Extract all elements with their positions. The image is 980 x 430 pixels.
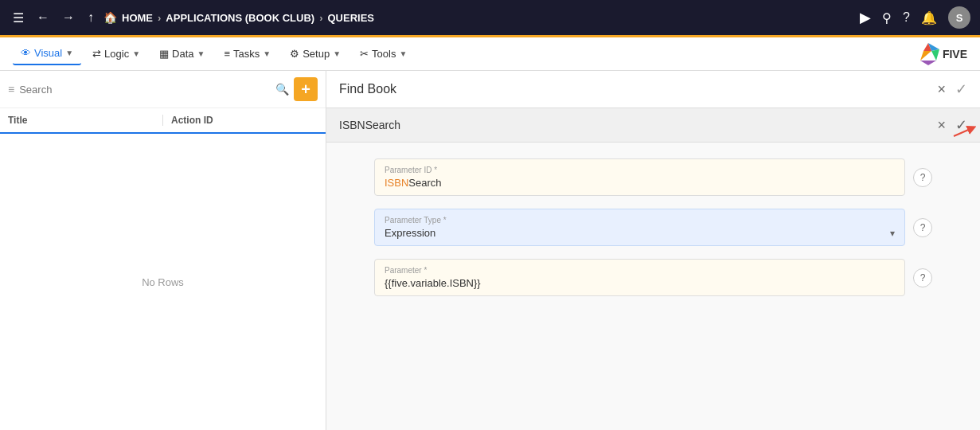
find-book-header: Find Book × ✓ [326, 71, 980, 108]
isbn-close-button[interactable]: × [937, 117, 946, 134]
param-type-dropdown: Expression ▾ [385, 227, 895, 239]
param-type-help[interactable]: ? [913, 218, 932, 237]
right-panel: Find Book × ✓ ISBNSearch × ✓ [326, 71, 980, 430]
param-type-field[interactable]: Parameter Type * Expression ▾ [374, 209, 905, 246]
find-book-title: Find Book [339, 82, 396, 96]
isbn-section-header: ISBNSearch × ✓ [326, 108, 980, 143]
avatar[interactable]: S [948, 6, 970, 29]
param-id-label: Parameter ID * [385, 166, 895, 174]
sidebar-body: No Rows [0, 134, 326, 430]
data-caret: ▼ [197, 49, 205, 58]
isbn-section-title: ISBNSearch [339, 119, 400, 131]
bell-button[interactable]: 🔔 [921, 10, 937, 25]
menu-logic[interactable]: ⇄ Logic ▼ [84, 43, 148, 64]
sidebar: ≡ 🔍 + Title Action ID No Rows [0, 71, 326, 430]
param-type-value: Expression [385, 227, 435, 239]
home-icon: 🏠 [103, 11, 117, 24]
app-label[interactable]: APPLICATIONS (BOOK CLUB) [166, 12, 314, 24]
logic-label: Logic [104, 48, 129, 60]
sidebar-column-headers: Title Action ID [0, 108, 326, 134]
top-navigation: ☰ ← → ↑ 🏠 HOME › APPLICATIONS (BOOK CLUB… [0, 0, 980, 35]
col-separator [162, 115, 163, 126]
search-icon[interactable]: 🔍 [275, 83, 289, 96]
tasks-caret: ▼ [263, 49, 271, 58]
main-content: ≡ 🔍 + Title Action ID No Rows Find Book … [0, 71, 980, 430]
setup-label: Setup [303, 48, 330, 60]
help-button[interactable]: ? [903, 10, 910, 25]
svg-marker-4 [920, 61, 936, 65]
five-text: FIVE [943, 48, 967, 61]
five-logo-icon [916, 41, 941, 67]
home-label[interactable]: HOME [122, 12, 153, 24]
menu-bar: 👁 Visual ▼ ⇄ Logic ▼ ▦ Data ▼ ≡ Tasks ▼ … [0, 37, 980, 71]
svg-marker-2 [931, 49, 939, 61]
data-label: Data [172, 48, 193, 60]
forward-button[interactable]: → [59, 7, 78, 28]
svg-marker-3 [920, 51, 931, 61]
param-id-row: Parameter ID * ISBNSearch ? [374, 158, 932, 196]
play-button[interactable]: ▶ [860, 9, 871, 26]
setup-icon: ⚙ [290, 48, 299, 60]
param-id-value: ISBNSearch [385, 177, 895, 189]
filter-icon: ≡ [8, 83, 14, 96]
param-id-prefix: ISBN [385, 177, 408, 189]
panel-header-actions: × ✓ [937, 80, 967, 98]
param-id-suffix: Search [408, 177, 441, 189]
tools-icon: ✂ [360, 48, 369, 60]
menu-tasks[interactable]: ≡ Tasks ▼ [216, 43, 279, 64]
breadcrumb: 🏠 HOME › APPLICATIONS (BOOK CLUB) › QUER… [103, 11, 374, 24]
setup-caret: ▼ [333, 49, 341, 58]
search-input[interactable] [19, 84, 271, 96]
five-logo: FIVE [916, 41, 967, 67]
panel-check-button[interactable]: ✓ [955, 80, 967, 98]
menu-setup[interactable]: ⚙ Setup ▼ [282, 43, 349, 64]
sidebar-search-bar: ≡ 🔍 + [0, 71, 326, 108]
queries-label[interactable]: QUERIES [328, 12, 375, 24]
logic-caret: ▼ [132, 49, 140, 58]
add-button[interactable]: + [294, 77, 318, 101]
eye-icon: 👁 [21, 47, 31, 59]
topnav-right-icons: ▶ ⚲ ? 🔔 S [860, 6, 970, 29]
col-actionid-header: Action ID [171, 115, 318, 126]
up-button[interactable]: ↑ [84, 7, 97, 28]
param-row: Parameter * {{five.variable.ISBN}} ? [374, 259, 932, 296]
col-title-header: Title [8, 115, 154, 126]
param-help[interactable]: ? [913, 268, 932, 287]
isbn-header-actions: × ✓ [937, 116, 967, 134]
isbn-check-button[interactable]: ✓ [955, 116, 967, 134]
tasks-label: Tasks [233, 48, 260, 60]
visual-caret: ▼ [65, 49, 73, 57]
breadcrumb-sep2: › [319, 12, 322, 24]
back-button[interactable]: ← [33, 7, 53, 28]
visual-label: Visual [34, 47, 62, 59]
tasks-icon: ≡ [224, 48, 230, 60]
param-label: Parameter * [385, 266, 895, 275]
tools-label: Tools [372, 48, 396, 60]
param-field[interactable]: Parameter * {{five.variable.ISBN}} [374, 259, 905, 296]
menu-tools[interactable]: ✂ Tools ▼ [352, 43, 415, 64]
param-type-label: Parameter Type * [385, 216, 895, 225]
menu-data[interactable]: ▦ Data ▼ [151, 43, 213, 64]
dropdown-arrow-icon: ▾ [890, 228, 895, 239]
no-rows-label: No Rows [142, 276, 184, 288]
tools-caret: ▼ [399, 49, 407, 58]
param-type-row: Parameter Type * Expression ▾ ? [374, 209, 932, 246]
param-id-help[interactable]: ? [913, 168, 932, 187]
data-icon: ▦ [159, 48, 169, 60]
breadcrumb-sep1: › [158, 12, 161, 24]
menu-visual[interactable]: 👁 Visual ▼ [13, 42, 81, 65]
param-id-field[interactable]: Parameter ID * ISBNSearch [374, 158, 905, 196]
form-area: Parameter ID * ISBNSearch ? Parameter Ty… [326, 143, 980, 430]
hamburger-icon[interactable]: ☰ [10, 7, 27, 29]
search-button[interactable]: ⚲ [882, 10, 892, 25]
panel-close-button[interactable]: × [937, 81, 946, 98]
param-value: {{five.variable.ISBN}} [385, 277, 895, 289]
logic-icon: ⇄ [92, 48, 101, 60]
